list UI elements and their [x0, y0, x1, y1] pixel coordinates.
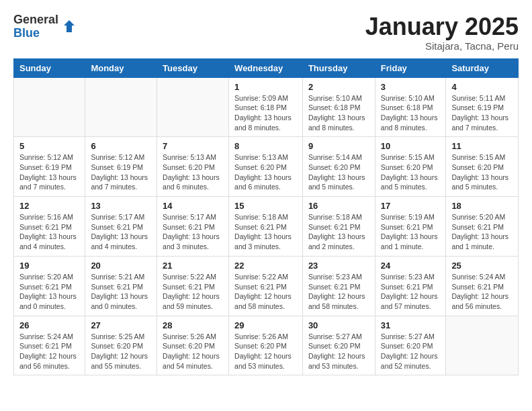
day-info: Sunrise: 5:24 AMSunset: 6:21 PMDaylight:…: [19, 332, 79, 371]
calendar-cell: 12Sunrise: 5:16 AMSunset: 6:21 PMDayligh…: [14, 197, 85, 257]
calendar-cell: 1Sunrise: 5:09 AMSunset: 6:18 PMDaylight…: [229, 77, 303, 137]
day-number: 9: [308, 141, 369, 151]
day-number: 19: [19, 261, 79, 271]
day-number: 26: [19, 320, 79, 330]
calendar-cell: 29Sunrise: 5:26 AMSunset: 6:20 PMDayligh…: [229, 316, 303, 375]
day-info: Sunrise: 5:26 AMSunset: 6:20 PMDaylight:…: [163, 332, 223, 371]
day-info: Sunrise: 5:23 AMSunset: 6:21 PMDaylight:…: [308, 272, 369, 312]
calendar-cell: 8Sunrise: 5:13 AMSunset: 6:20 PMDaylight…: [229, 137, 303, 197]
calendar-cell: 3Sunrise: 5:10 AMSunset: 6:18 PMDaylight…: [375, 77, 446, 137]
header-wednesday: Wednesday: [229, 58, 303, 77]
day-info: Sunrise: 5:18 AMSunset: 6:21 PMDaylight:…: [308, 212, 369, 252]
week-row-1: 1Sunrise: 5:09 AMSunset: 6:18 PMDaylight…: [14, 77, 519, 137]
day-info: Sunrise: 5:10 AMSunset: 6:18 PMDaylight:…: [308, 93, 369, 133]
day-info: Sunrise: 5:23 AMSunset: 6:21 PMDaylight:…: [381, 272, 441, 312]
day-number: 5: [19, 141, 79, 151]
calendar-cell: 26Sunrise: 5:24 AMSunset: 6:21 PMDayligh…: [14, 316, 85, 375]
calendar-cell: 31Sunrise: 5:27 AMSunset: 6:20 PMDayligh…: [375, 316, 446, 375]
location: Sitajara, Tacna, Peru: [365, 40, 519, 52]
calendar-cell: 16Sunrise: 5:18 AMSunset: 6:21 PMDayligh…: [302, 197, 375, 257]
day-info: Sunrise: 5:19 AMSunset: 6:21 PMDaylight:…: [381, 212, 441, 252]
day-info: Sunrise: 5:22 AMSunset: 6:21 PMDaylight:…: [234, 272, 297, 312]
week-row-2: 5Sunrise: 5:12 AMSunset: 6:19 PMDaylight…: [14, 137, 519, 197]
day-number: 12: [19, 201, 79, 211]
calendar-cell: 30Sunrise: 5:27 AMSunset: 6:20 PMDayligh…: [302, 316, 375, 375]
day-number: 16: [308, 201, 369, 211]
calendar-cell: 10Sunrise: 5:15 AMSunset: 6:20 PMDayligh…: [375, 137, 446, 197]
calendar-cell: [446, 316, 519, 375]
day-number: 29: [234, 320, 297, 330]
day-info: Sunrise: 5:21 AMSunset: 6:21 PMDaylight:…: [91, 272, 151, 312]
calendar-cell: 18Sunrise: 5:20 AMSunset: 6:21 PMDayligh…: [446, 197, 519, 257]
calendar-cell: 19Sunrise: 5:20 AMSunset: 6:21 PMDayligh…: [14, 256, 85, 316]
calendar-cell: 13Sunrise: 5:17 AMSunset: 6:21 PMDayligh…: [85, 197, 157, 257]
day-number: 10: [381, 141, 441, 151]
week-row-4: 19Sunrise: 5:20 AMSunset: 6:21 PMDayligh…: [14, 256, 519, 316]
header-thursday: Thursday: [302, 58, 375, 77]
day-number: 20: [91, 261, 151, 271]
day-number: 7: [163, 141, 223, 151]
day-info: Sunrise: 5:16 AMSunset: 6:21 PMDaylight:…: [19, 212, 79, 252]
calendar-cell: 17Sunrise: 5:19 AMSunset: 6:21 PMDayligh…: [375, 197, 446, 257]
day-number: 23: [308, 261, 369, 271]
day-number: 11: [451, 141, 513, 151]
day-info: Sunrise: 5:15 AMSunset: 6:20 PMDaylight:…: [381, 152, 441, 192]
calendar-cell: 15Sunrise: 5:18 AMSunset: 6:21 PMDayligh…: [229, 197, 303, 257]
day-number: 15: [234, 201, 297, 211]
week-row-5: 26Sunrise: 5:24 AMSunset: 6:21 PMDayligh…: [14, 316, 519, 375]
calendar-cell: [85, 77, 157, 137]
day-number: 6: [91, 141, 151, 151]
day-info: Sunrise: 5:13 AMSunset: 6:20 PMDaylight:…: [163, 152, 223, 192]
calendar-cell: 22Sunrise: 5:22 AMSunset: 6:21 PMDayligh…: [229, 256, 303, 316]
day-info: Sunrise: 5:26 AMSunset: 6:20 PMDaylight:…: [234, 332, 297, 371]
day-number: 24: [381, 261, 441, 271]
day-number: 30: [308, 320, 369, 330]
logo-blue: Blue: [13, 27, 58, 40]
day-number: 2: [308, 82, 369, 92]
day-number: 13: [91, 201, 151, 211]
calendar-cell: 2Sunrise: 5:10 AMSunset: 6:18 PMDaylight…: [302, 77, 375, 137]
title-block: January 2025 Sitajara, Tacna, Peru: [365, 13, 519, 52]
day-info: Sunrise: 5:27 AMSunset: 6:20 PMDaylight:…: [381, 332, 441, 371]
day-info: Sunrise: 5:25 AMSunset: 6:20 PMDaylight:…: [91, 332, 151, 371]
day-info: Sunrise: 5:22 AMSunset: 6:21 PMDaylight:…: [163, 272, 223, 312]
day-info: Sunrise: 5:12 AMSunset: 6:19 PMDaylight:…: [91, 152, 151, 192]
day-number: 31: [381, 320, 441, 330]
day-info: Sunrise: 5:17 AMSunset: 6:21 PMDaylight:…: [91, 212, 151, 252]
day-number: 3: [381, 82, 441, 92]
day-info: Sunrise: 5:14 AMSunset: 6:20 PMDaylight:…: [308, 152, 369, 192]
day-number: 8: [234, 141, 297, 151]
calendar-cell: 9Sunrise: 5:14 AMSunset: 6:20 PMDaylight…: [302, 137, 375, 197]
calendar-cell: 6Sunrise: 5:12 AMSunset: 6:19 PMDaylight…: [85, 137, 157, 197]
calendar-cell: 23Sunrise: 5:23 AMSunset: 6:21 PMDayligh…: [302, 256, 375, 316]
header-monday: Monday: [85, 58, 157, 77]
calendar-cell: 25Sunrise: 5:24 AMSunset: 6:21 PMDayligh…: [446, 256, 519, 316]
day-number: 14: [163, 201, 223, 211]
day-info: Sunrise: 5:13 AMSunset: 6:20 PMDaylight:…: [234, 152, 297, 192]
day-info: Sunrise: 5:24 AMSunset: 6:21 PMDaylight:…: [451, 272, 513, 312]
day-info: Sunrise: 5:10 AMSunset: 6:18 PMDaylight:…: [381, 93, 441, 133]
calendar-cell: [14, 77, 85, 137]
day-info: Sunrise: 5:15 AMSunset: 6:20 PMDaylight:…: [451, 152, 513, 192]
day-number: 4: [451, 82, 513, 92]
calendar-cell: 5Sunrise: 5:12 AMSunset: 6:19 PMDaylight…: [14, 137, 85, 197]
calendar-cell: 28Sunrise: 5:26 AMSunset: 6:20 PMDayligh…: [157, 316, 229, 375]
calendar-cell: 27Sunrise: 5:25 AMSunset: 6:20 PMDayligh…: [85, 316, 157, 375]
day-number: 22: [234, 261, 297, 271]
day-info: Sunrise: 5:09 AMSunset: 6:18 PMDaylight:…: [234, 93, 297, 133]
logo-icon: [61, 19, 77, 35]
calendar-cell: 7Sunrise: 5:13 AMSunset: 6:20 PMDaylight…: [157, 137, 229, 197]
calendar-cell: 24Sunrise: 5:23 AMSunset: 6:21 PMDayligh…: [375, 256, 446, 316]
calendar-cell: 21Sunrise: 5:22 AMSunset: 6:21 PMDayligh…: [157, 256, 229, 316]
header-tuesday: Tuesday: [157, 58, 229, 77]
day-info: Sunrise: 5:27 AMSunset: 6:20 PMDaylight:…: [308, 332, 369, 371]
day-number: 1: [234, 82, 297, 92]
day-number: 27: [91, 320, 151, 330]
header-saturday: Saturday: [446, 58, 519, 77]
day-info: Sunrise: 5:17 AMSunset: 6:21 PMDaylight:…: [163, 212, 223, 252]
day-number: 21: [163, 261, 223, 271]
day-number: 17: [381, 201, 441, 211]
logo-general: General: [13, 13, 58, 27]
day-info: Sunrise: 5:12 AMSunset: 6:19 PMDaylight:…: [19, 152, 79, 192]
month-title: January 2025: [365, 13, 519, 40]
